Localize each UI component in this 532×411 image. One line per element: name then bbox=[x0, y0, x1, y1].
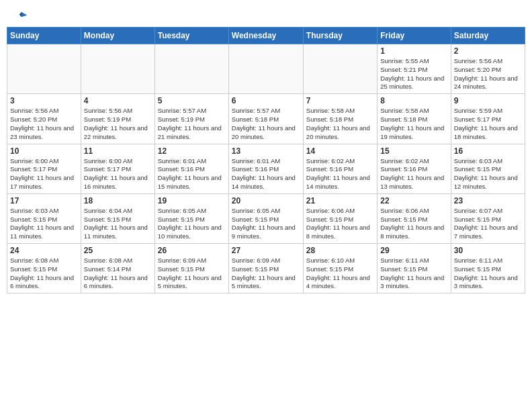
week-row-2: 3Sunrise: 5:56 AM Sunset: 5:20 PM Daylig… bbox=[7, 94, 525, 144]
day-info: Sunrise: 6:06 AM Sunset: 5:15 PM Dayligh… bbox=[380, 207, 447, 241]
week-row-1: 1Sunrise: 5:55 AM Sunset: 5:21 PM Daylig… bbox=[7, 44, 525, 94]
day-number: 15 bbox=[380, 146, 447, 156]
day-number: 17 bbox=[10, 196, 78, 205]
calendar-cell: 14Sunrise: 6:02 AM Sunset: 5:16 PM Dayli… bbox=[303, 144, 377, 193]
day-number: 13 bbox=[232, 146, 300, 156]
calendar-cell: 11Sunrise: 6:00 AM Sunset: 5:17 PM Dayli… bbox=[81, 144, 154, 193]
day-number: 3 bbox=[10, 96, 78, 105]
weekday-friday: Friday bbox=[378, 28, 451, 44]
calendar-cell: 27Sunrise: 6:09 AM Sunset: 5:15 PM Dayli… bbox=[228, 244, 303, 293]
week-row-4: 17Sunrise: 6:03 AM Sunset: 5:15 PM Dayli… bbox=[7, 193, 525, 243]
day-number: 19 bbox=[158, 196, 226, 205]
day-info: Sunrise: 6:03 AM Sunset: 5:15 PM Dayligh… bbox=[10, 207, 78, 241]
day-number: 24 bbox=[10, 246, 78, 255]
day-number: 12 bbox=[158, 146, 226, 156]
day-info: Sunrise: 6:05 AM Sunset: 5:15 PM Dayligh… bbox=[158, 207, 226, 241]
weekday-wednesday: Wednesday bbox=[228, 28, 303, 44]
day-info: Sunrise: 5:58 AM Sunset: 5:18 PM Dayligh… bbox=[306, 107, 374, 141]
calendar-cell: 24Sunrise: 6:08 AM Sunset: 5:15 PM Dayli… bbox=[7, 244, 81, 293]
weekday-thursday: Thursday bbox=[303, 28, 377, 44]
calendar-cell bbox=[7, 44, 81, 94]
calendar-cell bbox=[81, 44, 154, 94]
logo-icon bbox=[15, 11, 28, 24]
calendar-cell: 30Sunrise: 6:11 AM Sunset: 5:15 PM Dayli… bbox=[451, 244, 525, 293]
calendar-cell: 21Sunrise: 6:06 AM Sunset: 5:15 PM Dayli… bbox=[303, 193, 377, 243]
day-number: 1 bbox=[380, 46, 447, 56]
calendar-cell: 22Sunrise: 6:06 AM Sunset: 5:15 PM Dayli… bbox=[378, 193, 451, 243]
day-number: 25 bbox=[84, 246, 152, 255]
calendar-cell bbox=[303, 44, 377, 94]
page: SundayMondayTuesdayWednesdayThursdayFrid… bbox=[0, 0, 532, 300]
day-info: Sunrise: 6:11 AM Sunset: 5:15 PM Dayligh… bbox=[454, 257, 522, 291]
calendar-cell: 26Sunrise: 6:09 AM Sunset: 5:15 PM Dayli… bbox=[154, 244, 228, 293]
day-info: Sunrise: 6:09 AM Sunset: 5:15 PM Dayligh… bbox=[232, 257, 300, 291]
weekday-header-row: SundayMondayTuesdayWednesdayThursdayFrid… bbox=[7, 28, 525, 44]
week-row-5: 24Sunrise: 6:08 AM Sunset: 5:15 PM Dayli… bbox=[7, 244, 525, 293]
day-info: Sunrise: 5:56 AM Sunset: 5:20 PM Dayligh… bbox=[454, 57, 522, 91]
calendar-cell: 17Sunrise: 6:03 AM Sunset: 5:15 PM Dayli… bbox=[7, 193, 81, 243]
calendar-cell: 5Sunrise: 5:57 AM Sunset: 5:19 PM Daylig… bbox=[154, 94, 228, 144]
day-number: 22 bbox=[380, 196, 447, 205]
day-info: Sunrise: 6:08 AM Sunset: 5:15 PM Dayligh… bbox=[10, 257, 78, 291]
day-number: 10 bbox=[10, 146, 78, 156]
calendar-wrapper: SundayMondayTuesdayWednesdayThursdayFrid… bbox=[0, 27, 532, 300]
calendar-cell: 18Sunrise: 6:04 AM Sunset: 5:15 PM Dayli… bbox=[81, 193, 154, 243]
calendar-cell: 28Sunrise: 6:10 AM Sunset: 5:15 PM Dayli… bbox=[303, 244, 377, 293]
day-info: Sunrise: 6:09 AM Sunset: 5:15 PM Dayligh… bbox=[158, 257, 226, 291]
day-info: Sunrise: 5:59 AM Sunset: 5:17 PM Dayligh… bbox=[454, 107, 522, 141]
day-number: 26 bbox=[158, 246, 226, 255]
day-info: Sunrise: 6:03 AM Sunset: 5:15 PM Dayligh… bbox=[454, 157, 522, 191]
logo bbox=[13, 11, 28, 21]
day-number: 16 bbox=[454, 146, 522, 156]
day-number: 7 bbox=[306, 96, 374, 105]
calendar-cell: 1Sunrise: 5:55 AM Sunset: 5:21 PM Daylig… bbox=[378, 44, 451, 94]
day-number: 21 bbox=[306, 196, 374, 205]
day-info: Sunrise: 6:01 AM Sunset: 5:16 PM Dayligh… bbox=[158, 157, 226, 191]
day-number: 18 bbox=[84, 196, 152, 205]
calendar-cell: 20Sunrise: 6:05 AM Sunset: 5:15 PM Dayli… bbox=[228, 193, 303, 243]
calendar-cell: 10Sunrise: 6:00 AM Sunset: 5:17 PM Dayli… bbox=[7, 144, 81, 193]
day-info: Sunrise: 6:04 AM Sunset: 5:15 PM Dayligh… bbox=[84, 207, 152, 241]
day-info: Sunrise: 6:08 AM Sunset: 5:14 PM Dayligh… bbox=[84, 257, 152, 291]
day-number: 30 bbox=[454, 246, 522, 255]
day-number: 11 bbox=[84, 146, 152, 156]
day-number: 14 bbox=[306, 146, 374, 156]
day-info: Sunrise: 6:07 AM Sunset: 5:15 PM Dayligh… bbox=[454, 207, 522, 241]
day-info: Sunrise: 6:02 AM Sunset: 5:16 PM Dayligh… bbox=[380, 157, 447, 191]
day-info: Sunrise: 5:58 AM Sunset: 5:18 PM Dayligh… bbox=[380, 107, 447, 141]
weekday-saturday: Saturday bbox=[451, 28, 525, 44]
day-info: Sunrise: 5:55 AM Sunset: 5:21 PM Dayligh… bbox=[380, 57, 447, 91]
day-number: 28 bbox=[306, 246, 374, 255]
day-number: 27 bbox=[232, 246, 300, 255]
day-info: Sunrise: 5:56 AM Sunset: 5:20 PM Dayligh… bbox=[10, 107, 78, 141]
calendar-cell bbox=[154, 44, 228, 94]
calendar-cell: 9Sunrise: 5:59 AM Sunset: 5:17 PM Daylig… bbox=[451, 94, 525, 144]
calendar-cell bbox=[228, 44, 303, 94]
calendar-cell: 19Sunrise: 6:05 AM Sunset: 5:15 PM Dayli… bbox=[154, 193, 228, 243]
weekday-tuesday: Tuesday bbox=[154, 28, 228, 44]
day-info: Sunrise: 6:05 AM Sunset: 5:15 PM Dayligh… bbox=[232, 207, 300, 241]
weekday-monday: Monday bbox=[81, 28, 154, 44]
day-number: 29 bbox=[380, 246, 447, 255]
day-number: 6 bbox=[232, 96, 300, 105]
day-number: 2 bbox=[454, 46, 522, 56]
svg-marker-0 bbox=[21, 12, 27, 17]
header bbox=[0, 0, 532, 27]
calendar-cell: 7Sunrise: 5:58 AM Sunset: 5:18 PM Daylig… bbox=[303, 94, 377, 144]
day-info: Sunrise: 6:02 AM Sunset: 5:16 PM Dayligh… bbox=[306, 157, 374, 191]
calendar-cell: 4Sunrise: 5:56 AM Sunset: 5:19 PM Daylig… bbox=[81, 94, 154, 144]
day-info: Sunrise: 6:10 AM Sunset: 5:15 PM Dayligh… bbox=[306, 257, 374, 291]
day-number: 5 bbox=[158, 96, 226, 105]
day-info: Sunrise: 6:11 AM Sunset: 5:15 PM Dayligh… bbox=[380, 257, 447, 291]
calendar-cell: 2Sunrise: 5:56 AM Sunset: 5:20 PM Daylig… bbox=[451, 44, 525, 94]
calendar-cell: 25Sunrise: 6:08 AM Sunset: 5:14 PM Dayli… bbox=[81, 244, 154, 293]
day-number: 9 bbox=[454, 96, 522, 105]
day-number: 4 bbox=[84, 96, 152, 105]
calendar-cell: 3Sunrise: 5:56 AM Sunset: 5:20 PM Daylig… bbox=[7, 94, 81, 144]
svg-marker-1 bbox=[19, 12, 21, 17]
calendar-cell: 13Sunrise: 6:01 AM Sunset: 5:16 PM Dayli… bbox=[228, 144, 303, 193]
day-info: Sunrise: 5:57 AM Sunset: 5:19 PM Dayligh… bbox=[158, 107, 226, 141]
day-info: Sunrise: 6:00 AM Sunset: 5:17 PM Dayligh… bbox=[84, 157, 152, 191]
calendar-table: SundayMondayTuesdayWednesdayThursdayFrid… bbox=[7, 27, 525, 293]
day-info: Sunrise: 6:01 AM Sunset: 5:16 PM Dayligh… bbox=[232, 157, 300, 191]
